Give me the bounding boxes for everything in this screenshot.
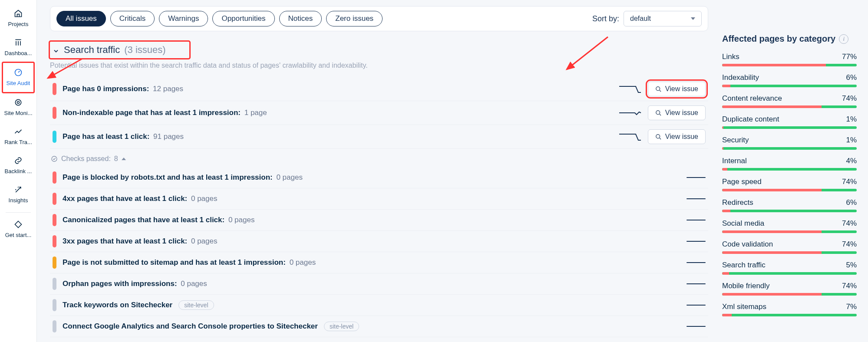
affected-title: Affected pages by category <box>722 34 835 44</box>
issue-value: 0 pages <box>179 280 207 288</box>
issue-value: 0 pages <box>226 216 254 224</box>
category-row[interactable]: Links77% <box>722 53 857 66</box>
section-subtitle: Potential issues that exist within the s… <box>50 62 708 69</box>
issue-row[interactable]: Track keywords on Sitecheckersite-level <box>50 295 708 316</box>
issue-name: Page is not submitted to sitemap and has… <box>63 258 286 266</box>
sidebar-item-get-started[interactable]: Get start... <box>3 215 34 243</box>
sidebar-item-site-monitoring[interactable]: Site Moni... <box>3 93 34 122</box>
category-row[interactable]: Internal4% <box>722 157 857 171</box>
issue-value: 0 pages <box>189 237 217 245</box>
check-circle-icon <box>51 155 58 162</box>
issue-name: Page is blocked by robots.txt and has at… <box>63 173 273 181</box>
pill-warnings[interactable]: Warnings <box>159 11 208 26</box>
pill-all-issues[interactable]: All issues <box>56 11 106 26</box>
search-icon <box>655 110 662 116</box>
trend-icon <box>13 127 23 136</box>
issue-row[interactable]: Connect Google Analytics and Search Cons… <box>50 316 708 337</box>
category-row[interactable]: Mobile friendly74% <box>722 282 857 296</box>
severity-indicator <box>53 107 56 119</box>
sidebar-item-projects[interactable]: Projects <box>3 4 34 33</box>
category-row[interactable]: Content relevance74% <box>722 94 857 108</box>
issue-row[interactable]: Non-indexable page that has at least 1 i… <box>50 101 708 125</box>
sparkline <box>618 108 642 118</box>
category-percent: 74% <box>842 178 857 186</box>
svg-point-5 <box>656 134 660 138</box>
category-list: Links77%Indexability6%Content relevance7… <box>722 53 857 316</box>
sort-select[interactable]: default <box>624 11 702 26</box>
category-row[interactable]: Search traffic5% <box>722 261 857 275</box>
issue-row[interactable]: 3xx pages that have at least 1 click: 0 … <box>50 231 708 252</box>
category-bar <box>722 293 857 296</box>
issue-row[interactable]: Page has at least 1 click: 91 pagesView … <box>50 125 708 149</box>
category-row[interactable]: Indexability6% <box>722 73 857 87</box>
view-issue-button[interactable]: View issue <box>648 82 706 96</box>
chevron-up-icon <box>53 46 59 54</box>
category-row[interactable]: Redirects6% <box>722 198 857 212</box>
issue-row[interactable]: Page is not submitted to sitemap and has… <box>50 252 708 273</box>
category-row[interactable]: Page speed74% <box>722 178 857 191</box>
svg-point-6 <box>52 156 57 161</box>
svg-point-1 <box>15 99 21 105</box>
category-row[interactable]: Code validation74% <box>722 240 857 254</box>
sidebar-label: Site Audit <box>7 80 30 86</box>
sparkline-flat <box>686 262 706 263</box>
category-bar <box>722 230 857 233</box>
category-row[interactable]: Xml sitemaps7% <box>722 303 857 316</box>
sidebar-item-dashboard[interactable]: Dashboa... <box>3 33 34 62</box>
wand-icon <box>13 185 23 194</box>
view-issue-button[interactable]: View issue <box>648 129 706 144</box>
issue-name: 3xx pages that have at least 1 click: <box>63 237 187 245</box>
sort-label: Sort by: <box>592 14 619 23</box>
section-header-search-traffic[interactable]: Search traffic (3 issues) <box>50 42 189 58</box>
category-name: Security <box>722 136 749 145</box>
checks-passed-toggle[interactable]: Checks passed: 8 <box>51 155 708 163</box>
sidebar-item-site-audit[interactable]: Site Audit <box>3 62 34 92</box>
issue-row[interactable]: 4xx pages that have at least 1 click: 0 … <box>50 188 708 210</box>
category-percent: 74% <box>842 240 857 249</box>
severity-indicator <box>53 193 56 205</box>
severity-indicator <box>53 83 56 95</box>
category-bar <box>722 251 857 254</box>
sidebar-item-backlink[interactable]: Backlink ... <box>3 151 34 180</box>
category-percent: 6% <box>846 73 857 82</box>
category-name: Search traffic <box>722 261 766 270</box>
pill-opportunities[interactable]: Opportunities <box>212 11 274 26</box>
category-row[interactable]: Security1% <box>722 136 857 150</box>
pill-criticals[interactable]: Criticals <box>110 11 155 26</box>
issue-name: Track keywords on Sitechecker <box>63 301 172 309</box>
sparkline-flat <box>686 283 706 284</box>
severity-indicator <box>53 256 56 269</box>
checks-passed-prefix: Checks passed: <box>61 155 111 163</box>
sidebar-item-rank-tracker[interactable]: Rank Tra... <box>3 122 34 151</box>
category-bar <box>722 147 857 150</box>
issue-row[interactable]: Orphan pages with impressions: 0 pages <box>50 273 708 295</box>
category-row[interactable]: Duplicate content1% <box>722 115 857 129</box>
issue-value: 0 pages <box>287 258 316 266</box>
category-name: Mobile friendly <box>722 282 770 290</box>
issue-value: 91 pages <box>151 132 184 141</box>
dashboard-icon <box>13 38 23 47</box>
sidebar-label: Rank Tra... <box>4 139 32 145</box>
category-percent: 5% <box>846 261 857 270</box>
issue-row[interactable]: Page is blocked by robots.txt and has at… <box>50 167 708 188</box>
category-percent: 77% <box>842 53 857 61</box>
view-issue-button[interactable]: View issue <box>648 105 706 120</box>
issue-value: 0 pages <box>274 173 303 181</box>
severity-indicator <box>53 235 56 247</box>
category-bar <box>722 85 857 87</box>
issue-value: 0 pages <box>189 194 217 203</box>
sidebar-item-insights[interactable]: Insights <box>3 181 34 209</box>
info-icon[interactable]: i <box>839 34 848 44</box>
sort-value: default <box>630 15 651 22</box>
pill-zero-issues[interactable]: Zero issues <box>326 11 383 26</box>
issue-row[interactable]: Page has 0 impressions: 12 pagesView iss… <box>50 77 708 101</box>
issue-name: Canonicalized pages that have at least 1… <box>63 216 224 224</box>
issue-row[interactable]: Canonicalized pages that have at least 1… <box>50 210 708 231</box>
category-percent: 4% <box>846 157 857 165</box>
category-percent: 74% <box>842 219 857 228</box>
pill-notices[interactable]: Notices <box>279 11 322 26</box>
issue-name: Connect Google Analytics and Search Cons… <box>63 322 318 330</box>
sidebar-label: Site Moni... <box>4 110 32 116</box>
issue-value: 1 page <box>242 109 267 117</box>
category-row[interactable]: Social media74% <box>722 219 857 233</box>
